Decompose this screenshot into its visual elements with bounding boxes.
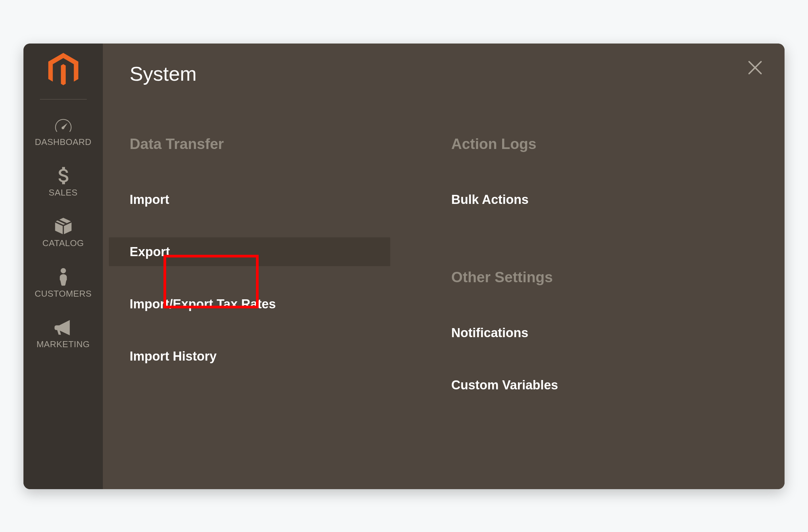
close-button[interactable]	[745, 58, 765, 78]
magento-logo	[48, 53, 78, 88]
sidebar-divider	[40, 99, 87, 99]
group-heading-other-settings: Other Settings	[451, 269, 761, 286]
close-icon	[748, 60, 763, 76]
admin-sidebar: DASHBOARD SALES CATALOG CUSTOMERS MARKET	[23, 43, 103, 489]
megaphone-icon	[54, 318, 73, 337]
menu-item-import-history[interactable]: Import History	[109, 342, 390, 370]
dollar-icon	[54, 166, 73, 185]
sidebar-item-dashboard[interactable]: DASHBOARD	[23, 108, 103, 158]
sidebar-item-label: MARKETING	[37, 339, 90, 349]
sidebar-item-label: CATALOG	[42, 238, 84, 248]
menu-item-custom-variables[interactable]: Custom Variables	[451, 370, 679, 399]
person-icon	[54, 267, 73, 286]
sidebar-item-label: SALES	[49, 188, 77, 198]
panel-title: System	[130, 62, 761, 86]
menu-item-notifications[interactable]: Notifications	[451, 318, 679, 347]
menu-item-export[interactable]: Export	[109, 238, 390, 266]
sidebar-item-catalog[interactable]: CATALOG	[23, 209, 103, 259]
menu-item-bulk-actions[interactable]: Bulk Actions	[451, 185, 679, 214]
sidebar-item-marketing[interactable]: MARKETING	[23, 310, 103, 360]
sidebar-item-sales[interactable]: SALES	[23, 158, 103, 209]
panel-column-right: Action Logs Bulk Actions Other Settings …	[451, 136, 761, 423]
menu-item-import-export-tax-rates[interactable]: Import/Export Tax Rates	[109, 290, 390, 318]
menu-item-import[interactable]: Import	[109, 185, 390, 214]
group-heading-data-transfer: Data Transfer	[130, 136, 451, 152]
svg-point-0	[61, 268, 66, 273]
sidebar-item-customers[interactable]: CUSTOMERS	[23, 259, 103, 310]
box-icon	[54, 216, 73, 235]
gauge-icon	[54, 115, 73, 134]
group-heading-action-logs: Action Logs	[451, 136, 761, 152]
sidebar-item-label: DASHBOARD	[35, 137, 91, 147]
system-flyout-panel: System Data Transfer Import Export Impor…	[103, 43, 785, 489]
sidebar-item-label: CUSTOMERS	[35, 289, 91, 299]
admin-window: DASHBOARD SALES CATALOG CUSTOMERS MARKET	[23, 43, 785, 489]
panel-column-left: Data Transfer Import Export Import/Expor…	[130, 136, 451, 423]
panel-columns: Data Transfer Import Export Import/Expor…	[130, 136, 761, 423]
